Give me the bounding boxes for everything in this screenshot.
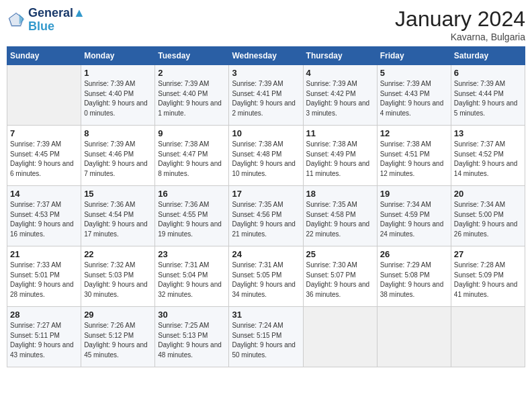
day-number: 26 — [380, 249, 448, 259]
weekday-header-saturday: Saturday — [451, 47, 525, 65]
calendar-cell — [377, 307, 451, 367]
cell-info: Sunrise: 7:33 AMSunset: 5:01 PMDaylight:… — [10, 261, 78, 300]
day-number: 6 — [454, 68, 522, 78]
day-number: 7 — [10, 128, 78, 138]
cell-info: Sunrise: 7:30 AMSunset: 5:07 PMDaylight:… — [306, 261, 374, 300]
calendar-cell — [7, 65, 81, 126]
calendar-table: SundayMondayTuesdayWednesdayThursdayFrid… — [7, 46, 525, 367]
calendar-cell: 14Sunrise: 7:37 AMSunset: 4:53 PMDayligh… — [7, 186, 81, 246]
day-number: 2 — [158, 68, 226, 78]
calendar-cell: 2Sunrise: 7:39 AMSunset: 4:40 PMDaylight… — [155, 65, 229, 126]
cell-info: Sunrise: 7:37 AMSunset: 4:52 PMDaylight:… — [454, 140, 522, 179]
weekday-header-tuesday: Tuesday — [155, 47, 229, 65]
day-number: 23 — [158, 249, 226, 259]
cell-info: Sunrise: 7:35 AMSunset: 4:58 PMDaylight:… — [306, 200, 374, 239]
calendar-cell: 16Sunrise: 7:36 AMSunset: 4:55 PMDayligh… — [155, 186, 229, 246]
calendar-cell: 7Sunrise: 7:39 AMSunset: 4:45 PMDaylight… — [7, 126, 81, 186]
calendar-cell: 5Sunrise: 7:39 AMSunset: 4:43 PMDaylight… — [377, 65, 451, 126]
calendar-cell: 9Sunrise: 7:38 AMSunset: 4:47 PMDaylight… — [155, 126, 229, 186]
day-number: 20 — [454, 189, 522, 199]
cell-info: Sunrise: 7:29 AMSunset: 5:08 PMDaylight:… — [380, 261, 448, 300]
calendar-cell — [303, 307, 377, 367]
calendar-cell: 10Sunrise: 7:38 AMSunset: 4:48 PMDayligh… — [229, 126, 303, 186]
calendar-cell: 25Sunrise: 7:30 AMSunset: 5:07 PMDayligh… — [303, 246, 377, 307]
cell-info: Sunrise: 7:31 AMSunset: 5:04 PMDaylight:… — [158, 261, 226, 300]
calendar-cell: 31Sunrise: 7:24 AMSunset: 5:15 PMDayligh… — [229, 307, 303, 367]
cell-info: Sunrise: 7:37 AMSunset: 4:53 PMDaylight:… — [10, 200, 78, 239]
cell-info: Sunrise: 7:38 AMSunset: 4:47 PMDaylight:… — [158, 140, 226, 179]
cell-info: Sunrise: 7:39 AMSunset: 4:40 PMDaylight:… — [158, 79, 226, 118]
calendar-cell: 29Sunrise: 7:26 AMSunset: 5:12 PMDayligh… — [81, 307, 155, 367]
day-number: 21 — [10, 249, 78, 259]
calendar-cell: 15Sunrise: 7:36 AMSunset: 4:54 PMDayligh… — [81, 186, 155, 246]
day-number: 31 — [232, 310, 300, 320]
day-number: 10 — [232, 128, 300, 138]
cell-info: Sunrise: 7:39 AMSunset: 4:45 PMDaylight:… — [10, 140, 78, 179]
cell-info: Sunrise: 7:39 AMSunset: 4:43 PMDaylight:… — [380, 79, 448, 118]
weekday-header-friday: Friday — [377, 47, 451, 65]
weekday-header-thursday: Thursday — [303, 47, 377, 65]
calendar-cell: 1Sunrise: 7:39 AMSunset: 4:40 PMDaylight… — [81, 65, 155, 126]
calendar-cell: 3Sunrise: 7:39 AMSunset: 4:41 PMDaylight… — [229, 65, 303, 126]
cell-info: Sunrise: 7:31 AMSunset: 5:05 PMDaylight:… — [232, 261, 300, 300]
cell-info: Sunrise: 7:32 AMSunset: 5:03 PMDaylight:… — [84, 261, 152, 300]
cell-info: Sunrise: 7:34 AMSunset: 5:00 PMDaylight:… — [454, 200, 522, 239]
cell-info: Sunrise: 7:39 AMSunset: 4:41 PMDaylight:… — [232, 79, 300, 118]
location: Kavarna, Bulgaria — [395, 32, 525, 42]
cell-info: Sunrise: 7:36 AMSunset: 4:54 PMDaylight:… — [84, 200, 152, 239]
day-number: 14 — [10, 189, 78, 199]
day-number: 8 — [84, 128, 152, 138]
day-number: 30 — [158, 310, 226, 320]
calendar-cell: 13Sunrise: 7:37 AMSunset: 4:52 PMDayligh… — [451, 126, 525, 186]
day-number: 17 — [232, 189, 300, 199]
cell-info: Sunrise: 7:38 AMSunset: 4:48 PMDaylight:… — [232, 140, 300, 179]
day-number: 5 — [380, 68, 448, 78]
day-number: 12 — [380, 128, 448, 138]
cell-info: Sunrise: 7:38 AMSunset: 4:49 PMDaylight:… — [306, 140, 374, 179]
cell-info: Sunrise: 7:26 AMSunset: 5:12 PMDaylight:… — [84, 321, 152, 360]
day-number: 1 — [84, 68, 152, 78]
weekday-header-sunday: Sunday — [7, 47, 81, 65]
calendar-cell: 8Sunrise: 7:39 AMSunset: 4:46 PMDaylight… — [81, 126, 155, 186]
day-number: 24 — [232, 249, 300, 259]
calendar-cell: 4Sunrise: 7:39 AMSunset: 4:42 PMDaylight… — [303, 65, 377, 126]
day-number: 11 — [306, 128, 374, 138]
cell-info: Sunrise: 7:25 AMSunset: 5:13 PMDaylight:… — [158, 321, 226, 360]
calendar-cell — [451, 307, 525, 367]
page-header: General▲ Blue January 2024 Kavarna, Bulg… — [7, 7, 525, 42]
calendar-cell: 21Sunrise: 7:33 AMSunset: 5:01 PMDayligh… — [7, 246, 81, 307]
calendar-cell: 28Sunrise: 7:27 AMSunset: 5:11 PMDayligh… — [7, 307, 81, 367]
calendar-cell: 12Sunrise: 7:38 AMSunset: 4:51 PMDayligh… — [377, 126, 451, 186]
cell-info: Sunrise: 7:39 AMSunset: 4:46 PMDaylight:… — [84, 140, 152, 179]
calendar-cell: 26Sunrise: 7:29 AMSunset: 5:08 PMDayligh… — [377, 246, 451, 307]
title-block: January 2024 Kavarna, Bulgaria — [395, 7, 525, 42]
day-number: 27 — [454, 249, 522, 259]
logo: General▲ Blue — [7, 7, 85, 34]
day-number: 4 — [306, 68, 374, 78]
day-number: 13 — [454, 128, 522, 138]
day-number: 18 — [306, 189, 374, 199]
day-number: 29 — [84, 310, 152, 320]
cell-info: Sunrise: 7:34 AMSunset: 4:59 PMDaylight:… — [380, 200, 448, 239]
calendar-cell: 18Sunrise: 7:35 AMSunset: 4:58 PMDayligh… — [303, 186, 377, 246]
day-number: 3 — [232, 68, 300, 78]
day-number: 19 — [380, 189, 448, 199]
logo-icon — [7, 11, 26, 30]
day-number: 28 — [10, 310, 78, 320]
weekday-header-wednesday: Wednesday — [229, 47, 303, 65]
cell-info: Sunrise: 7:39 AMSunset: 4:42 PMDaylight:… — [306, 79, 374, 118]
calendar-cell: 19Sunrise: 7:34 AMSunset: 4:59 PMDayligh… — [377, 186, 451, 246]
cell-info: Sunrise: 7:27 AMSunset: 5:11 PMDaylight:… — [10, 321, 78, 360]
calendar-cell: 17Sunrise: 7:35 AMSunset: 4:56 PMDayligh… — [229, 186, 303, 246]
calendar-cell: 24Sunrise: 7:31 AMSunset: 5:05 PMDayligh… — [229, 246, 303, 307]
cell-info: Sunrise: 7:36 AMSunset: 4:55 PMDaylight:… — [158, 200, 226, 239]
day-number: 22 — [84, 249, 152, 259]
cell-info: Sunrise: 7:39 AMSunset: 4:44 PMDaylight:… — [454, 79, 522, 118]
day-number: 16 — [158, 189, 226, 199]
calendar-cell: 22Sunrise: 7:32 AMSunset: 5:03 PMDayligh… — [81, 246, 155, 307]
calendar-cell: 6Sunrise: 7:39 AMSunset: 4:44 PMDaylight… — [451, 65, 525, 126]
calendar-cell: 23Sunrise: 7:31 AMSunset: 5:04 PMDayligh… — [155, 246, 229, 307]
cell-info: Sunrise: 7:35 AMSunset: 4:56 PMDaylight:… — [232, 200, 300, 239]
cell-info: Sunrise: 7:28 AMSunset: 5:09 PMDaylight:… — [454, 261, 522, 300]
calendar-cell: 20Sunrise: 7:34 AMSunset: 5:00 PMDayligh… — [451, 186, 525, 246]
